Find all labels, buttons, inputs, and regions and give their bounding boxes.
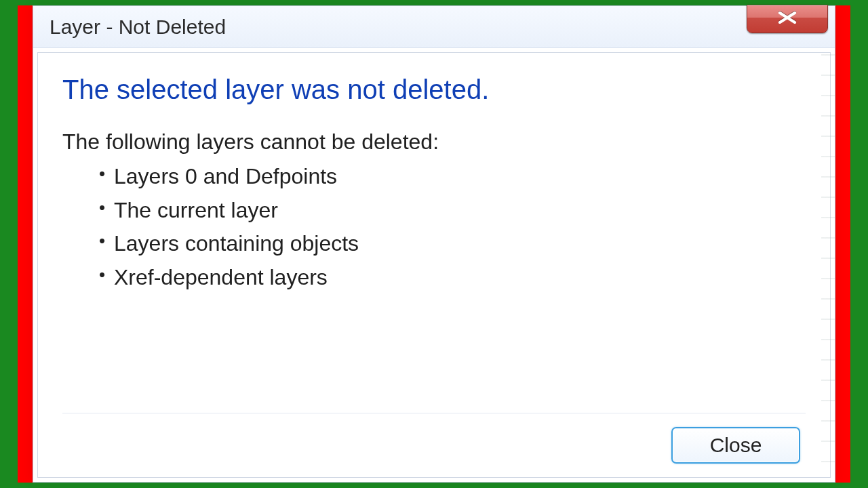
- sub-instruction: The following layers cannot be deleted:: [62, 129, 806, 155]
- close-button[interactable]: Close: [671, 427, 800, 464]
- list-item: Xref-dependent layers: [99, 261, 806, 295]
- window-close-button[interactable]: [747, 5, 828, 33]
- dialog-window: Layer - Not Deleted The selected layer w…: [33, 5, 835, 483]
- dialog-title: Layer - Not Deleted: [50, 16, 226, 39]
- list-item: Layers 0 and Defpoints: [99, 160, 806, 194]
- dialog-footer: Close: [62, 413, 806, 469]
- close-button-label: Close: [710, 434, 762, 457]
- accent-bar-right: [835, 5, 850, 483]
- list-item: The current layer: [99, 194, 806, 228]
- list-item: Layers containing objects: [99, 227, 806, 261]
- accent-bar-left: [18, 5, 33, 483]
- dialog-content: The selected layer was not deleted. The …: [37, 52, 831, 478]
- main-instruction: The selected layer was not deleted.: [62, 75, 806, 105]
- bullet-list: Layers 0 and Defpoints The current layer…: [62, 160, 806, 294]
- titlebar: Layer - Not Deleted: [33, 6, 835, 48]
- close-icon: [777, 12, 797, 26]
